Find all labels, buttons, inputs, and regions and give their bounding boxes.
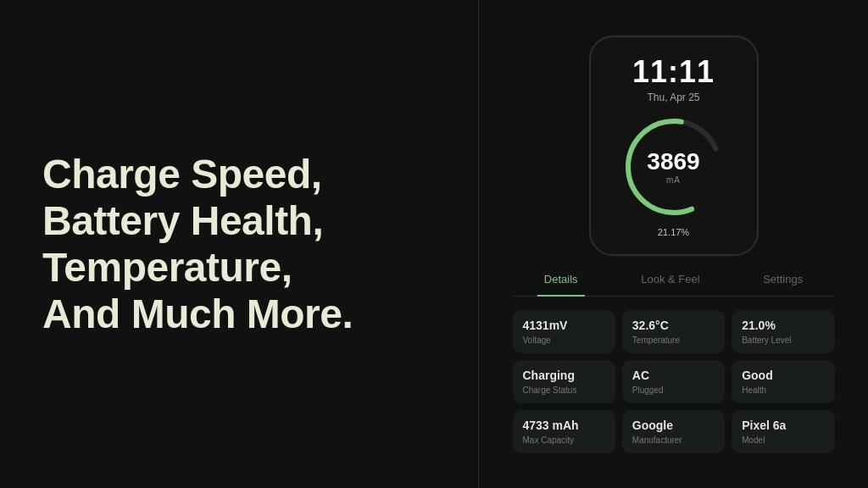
stat-card-plugged: AC Plugged [622,360,725,403]
stat-value-voltage: 4131mV [523,319,568,332]
stat-label-plugged: Plugged [632,385,664,395]
tab-details[interactable]: Details [537,269,585,297]
stat-label-model: Model [742,435,765,445]
phone-content: 11:11 Thu, Apr 25 3869 mA 21.17% Details [513,36,835,453]
phone-percent: 21.17% [658,227,689,237]
tab-settings[interactable]: Settings [756,269,810,289]
stats-grid: 4131mV Voltage 32.6°C Temperature 21.0% … [513,310,835,453]
stat-card-temperature: 32.6°C Temperature [622,310,725,353]
stat-label-battery-level: Battery Level [742,336,791,345]
stat-label-charge-status: Charge Status [523,385,577,395]
stat-card-voltage: 4131mV Voltage [513,310,615,353]
phone-date: Thu, Apr 25 [647,92,699,103]
stat-card-health: Good Health [732,360,834,403]
right-panel: 11:11 Thu, Apr 25 3869 mA 21.17% Details [478,0,868,488]
stat-value-charge-status: Charging [523,369,575,382]
stat-value-health: Good [742,369,773,382]
left-panel: Charge Speed,Battery Health,Temperature,… [0,0,478,488]
gauge-center: 3869 mA [647,148,699,185]
stat-value-manufacturer: Google [632,419,673,432]
stat-card-charge-status: Charging Charge Status [513,360,615,403]
headline: Charge Speed,Battery Health,Temperature,… [42,151,353,338]
stat-value-plugged: AC [632,369,649,382]
stat-card-manufacturer: Google Manufacturer [622,410,725,453]
tab-look-feel[interactable]: Look & Feel [634,269,706,289]
stat-value-temperature: 32.6°C [632,319,669,332]
stat-label-max-capacity: Max Capacity [523,435,575,445]
gauge-unit: mA [666,175,681,185]
stat-card-model: Pixel 6a Model [732,410,834,453]
stat-card-max-capacity: 4733 mAh Max Capacity [513,410,615,453]
stat-label-health: Health [742,385,766,395]
tabs-bar: Details Look & Feel Settings [513,269,835,297]
stat-label-manufacturer: Manufacturer [632,435,682,445]
gauge-value: 3869 [647,148,699,175]
gauge-container: 3869 mA [619,112,729,222]
stat-label-voltage: Voltage [523,336,551,345]
stat-value-model: Pixel 6a [742,419,786,432]
phone-mockup: 11:11 Thu, Apr 25 3869 mA 21.17% [589,36,759,256]
stat-value-battery-level: 21.0% [742,319,776,332]
stat-value-max-capacity: 4733 mAh [523,419,579,432]
stat-label-temperature: Temperature [632,336,680,345]
phone-time: 11:11 [632,54,715,90]
stat-card-battery-level: 21.0% Battery Level [732,310,834,353]
